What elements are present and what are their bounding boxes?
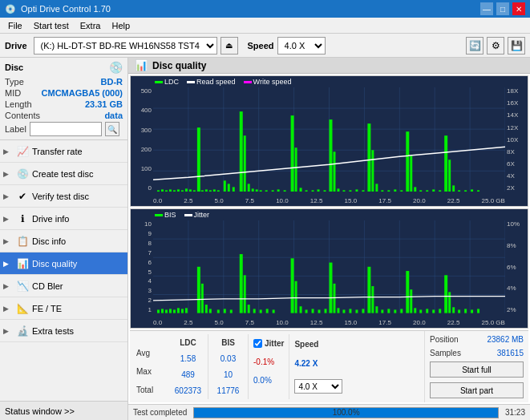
menu-start-test[interactable]: Start test bbox=[29, 19, 74, 32]
svg-rect-36 bbox=[248, 184, 250, 192]
sidebar-item-transfer-rate[interactable]: ▶ 📈 Transfer rate bbox=[0, 140, 127, 163]
sidebar-item-fe-te[interactable]: ▶ 📐 FE / TE bbox=[0, 297, 127, 320]
stats-max-label: Max bbox=[136, 367, 162, 376]
svg-rect-42 bbox=[277, 189, 280, 192]
stats-speed-header: Speed bbox=[294, 340, 342, 349]
svg-rect-76 bbox=[464, 190, 467, 192]
svg-rect-108 bbox=[230, 310, 233, 313]
svg-rect-98 bbox=[173, 310, 176, 313]
svg-rect-39 bbox=[260, 190, 262, 192]
jitter-legend-item: Jitter bbox=[184, 211, 210, 219]
svg-rect-18 bbox=[169, 189, 172, 192]
start-part-button[interactable]: Start part bbox=[430, 382, 524, 398]
jitter-legend-dot bbox=[184, 214, 192, 216]
stats-ldc-total: 602373 bbox=[175, 386, 201, 395]
svg-rect-147 bbox=[458, 310, 460, 313]
read-speed-legend-label: Read speed bbox=[196, 78, 236, 86]
svg-rect-118 bbox=[300, 307, 302, 313]
nav-label-disc-quality: Disc quality bbox=[32, 259, 77, 269]
settings-button[interactable]: ⚙ bbox=[487, 37, 504, 55]
stats-jitter-max: 0.0% bbox=[253, 376, 284, 385]
svg-rect-96 bbox=[165, 310, 168, 313]
svg-rect-37 bbox=[252, 188, 254, 192]
svg-rect-100 bbox=[181, 309, 184, 313]
svg-rect-95 bbox=[161, 309, 164, 313]
sidebar-item-create-test-disc[interactable]: ▶ 💿 Create test disc bbox=[0, 163, 127, 185]
svg-rect-111 bbox=[248, 305, 250, 313]
svg-rect-138 bbox=[410, 290, 412, 313]
sidebar-item-drive-info[interactable]: ▶ ℹ Drive info bbox=[0, 208, 127, 230]
svg-rect-77 bbox=[471, 189, 473, 192]
svg-rect-131 bbox=[371, 286, 374, 313]
maximize-button[interactable]: □ bbox=[496, 2, 509, 15]
sidebar-item-cd-bler[interactable]: ▶ 📉 CD Bler bbox=[0, 275, 127, 297]
progress-percent: 100.0% bbox=[333, 408, 360, 418]
stats-bis-col: BIS 0.03 10 11776 bbox=[208, 334, 249, 399]
nav-arrow-active-icon: ▶ bbox=[3, 260, 9, 268]
y-label: 200 bbox=[141, 146, 152, 153]
svg-rect-140 bbox=[419, 310, 422, 313]
close-button[interactable]: ✕ bbox=[512, 2, 525, 15]
ldc-legend-item: LDC bbox=[155, 78, 179, 86]
nav-label-transfer-rate: Transfer rate bbox=[32, 147, 83, 156]
stats-labels-col: Avg Max Total bbox=[136, 334, 168, 399]
svg-rect-75 bbox=[458, 190, 460, 192]
menu-bar: File Start test Extra Help bbox=[0, 18, 530, 34]
speed-select[interactable]: 4.0 X bbox=[277, 37, 326, 55]
svg-rect-23 bbox=[189, 189, 192, 192]
svg-rect-74 bbox=[452, 185, 455, 192]
eject-button[interactable]: ⏏ bbox=[220, 37, 238, 55]
menu-extra[interactable]: Extra bbox=[75, 19, 106, 32]
svg-rect-47 bbox=[305, 190, 308, 192]
save-button[interactable]: 💾 bbox=[508, 37, 525, 55]
svg-rect-137 bbox=[406, 271, 409, 313]
menu-file[interactable]: File bbox=[3, 19, 27, 32]
nav-arrow-icon: ▶ bbox=[3, 170, 9, 178]
nav-label-disc-info: Disc info bbox=[32, 236, 66, 246]
nav-label-extra-tests: Extra tests bbox=[32, 326, 74, 336]
y-label-r: 18X bbox=[507, 87, 518, 95]
svg-rect-136 bbox=[400, 309, 403, 313]
sidebar-item-verify-test-disc[interactable]: ▶ ✔ Verify test disc bbox=[0, 185, 127, 208]
sidebar-item-extra-tests[interactable]: ▶ 🔬 Extra tests bbox=[0, 320, 127, 342]
verify-test-disc-icon: ✔ bbox=[16, 190, 29, 203]
disc-panel: Disc 💿 Type BD-R MID CMCMAGBA5 (000) Len… bbox=[0, 58, 127, 140]
svg-rect-70 bbox=[432, 189, 435, 192]
svg-rect-145 bbox=[448, 293, 451, 313]
svg-rect-119 bbox=[305, 310, 308, 313]
status-window-button[interactable]: Status window >> bbox=[0, 401, 127, 420]
nav-arrow-icon: ▶ bbox=[3, 282, 9, 290]
svg-rect-123 bbox=[330, 263, 333, 313]
refresh-button[interactable]: 🔄 bbox=[466, 37, 483, 55]
content-header: 📊 Disc quality bbox=[128, 58, 530, 74]
start-full-button[interactable]: Start full bbox=[430, 361, 524, 378]
disc-mid-label: MID bbox=[5, 88, 21, 98]
svg-rect-101 bbox=[185, 309, 188, 313]
jitter-checkbox[interactable] bbox=[253, 339, 262, 348]
jitter-check-row: Jitter bbox=[253, 339, 284, 348]
nav-arrow-icon: ▶ bbox=[3, 147, 9, 155]
svg-rect-25 bbox=[197, 127, 200, 192]
svg-rect-132 bbox=[375, 307, 378, 313]
sidebar-item-disc-quality[interactable]: ▶ 📊 Disc quality bbox=[0, 252, 127, 275]
svg-rect-64 bbox=[400, 190, 403, 192]
drive-select[interactable]: (K:) HL-DT-ST BD-RE WH16NS58 TST4 bbox=[34, 37, 217, 55]
svg-rect-125 bbox=[337, 309, 339, 313]
disc-label-set-button[interactable]: 🔍 bbox=[105, 122, 119, 136]
svg-rect-116 bbox=[291, 259, 294, 313]
chart1-legend: LDC Read speed Write speed bbox=[155, 78, 291, 86]
speed-test-select[interactable]: 4.0 X bbox=[294, 379, 342, 394]
y-label-r: 12X bbox=[507, 124, 518, 131]
chart2-y-right: 10% 8% 6% 4% 2% bbox=[505, 220, 528, 313]
svg-rect-35 bbox=[244, 135, 246, 192]
disc-label-input[interactable] bbox=[30, 122, 102, 136]
svg-rect-106 bbox=[217, 310, 220, 313]
progress-area: Test completed 100.0% 31:23 bbox=[128, 404, 530, 420]
minimize-button[interactable]: — bbox=[480, 2, 493, 15]
stats-jitter-avg: -0.1% bbox=[253, 357, 284, 366]
menu-help[interactable]: Help bbox=[107, 19, 135, 32]
jitter-legend-label: Jitter bbox=[194, 211, 210, 219]
title-bar-controls: — □ ✕ bbox=[480, 2, 525, 15]
sidebar-item-disc-info[interactable]: ▶ 📋 Disc info bbox=[0, 230, 127, 252]
svg-rect-126 bbox=[342, 310, 345, 313]
